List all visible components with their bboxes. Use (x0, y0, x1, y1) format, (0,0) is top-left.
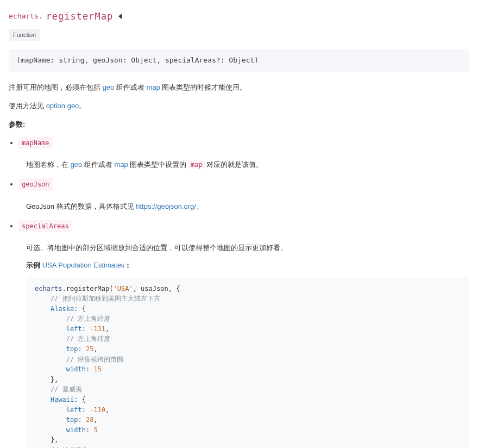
api-header: echarts. registerMap (9, 9, 469, 24)
signature: (mapName: string, geoJson: Object, speci… (9, 49, 469, 72)
param-mapname: mapName 地图名称，在 geo 组件或者 map 图表类型中设置的 map… (18, 137, 469, 171)
intro-line-2: 使用方法见 option.geo。 (9, 100, 469, 112)
param-geojson: geoJson GeoJson 格式的数据，具体格式见 https://geoj… (18, 178, 469, 212)
type-tag: Function (9, 29, 40, 41)
map-link[interactable]: map (115, 160, 128, 169)
param-name: specialAreas (18, 220, 72, 232)
param-name: mapName (18, 137, 53, 149)
geojson-org-link[interactable]: https://geojson.org/ (136, 202, 196, 210)
namespace: echarts. (9, 10, 43, 22)
code-example: echarts.registerMap('USA', usaJson, { //… (26, 277, 469, 449)
geo-link[interactable]: geo (103, 83, 115, 91)
map-code: map (188, 160, 205, 169)
params-label: 参数: (9, 119, 469, 130)
param-desc: 可选。将地图中的部分区域缩放到合适的位置，可以使得整个地图的显示更加好看。 (26, 242, 469, 254)
param-desc: GeoJson 格式的数据，具体格式见 https://geojson.org/… (26, 201, 469, 213)
option-geo-link[interactable]: option.geo (46, 102, 79, 110)
param-name: geoJson (18, 178, 53, 190)
usa-pop-example-link[interactable]: USA Population Estimates (42, 261, 125, 269)
map-link[interactable]: map (147, 83, 160, 91)
method-name: registerMap (46, 9, 114, 24)
param-desc: 地图名称，在 geo 组件或者 map 图表类型中设置的 map 对应的就是该值… (26, 159, 469, 171)
geo-link[interactable]: geo (71, 160, 83, 169)
caret-left-icon[interactable] (118, 14, 122, 19)
params-list: mapName 地图名称，在 geo 组件或者 map 图表类型中设置的 map… (18, 137, 469, 448)
param-specialareas: specialAreas 可选。将地图中的部分区域缩放到合适的位置，可以使得整个… (18, 220, 469, 448)
example-label: 示例 USA Population Estimates： (26, 259, 469, 271)
intro-line-1: 注册可用的地图，必须在包括 geo 组件或者 map 图表类型的时候才能使用。 (9, 82, 469, 94)
